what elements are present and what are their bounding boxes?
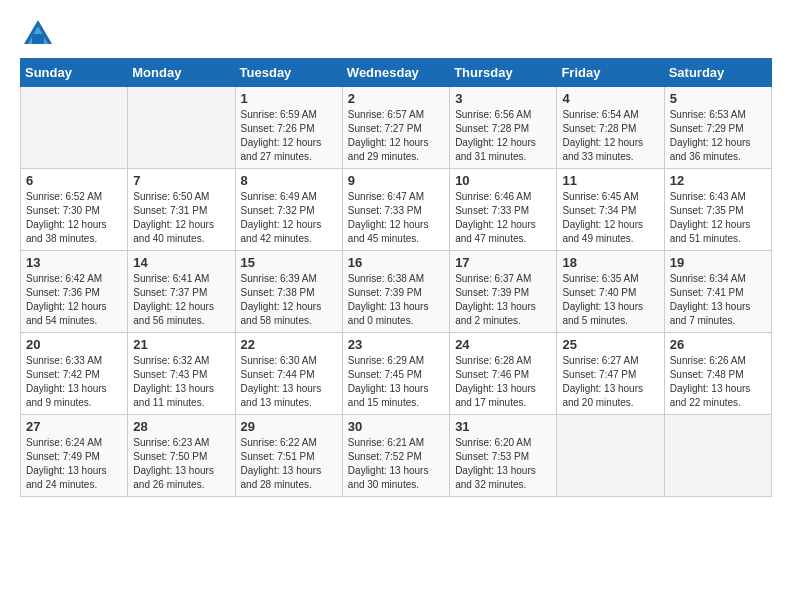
calendar-cell: 27Sunrise: 6:24 AM Sunset: 7:49 PM Dayli… xyxy=(21,415,128,497)
day-number: 19 xyxy=(670,255,766,270)
calendar-header-sunday: Sunday xyxy=(21,59,128,87)
calendar-cell xyxy=(128,87,235,169)
day-info: Sunrise: 6:20 AM Sunset: 7:53 PM Dayligh… xyxy=(455,436,551,492)
calendar-cell: 7Sunrise: 6:50 AM Sunset: 7:31 PM Daylig… xyxy=(128,169,235,251)
calendar-cell: 11Sunrise: 6:45 AM Sunset: 7:34 PM Dayli… xyxy=(557,169,664,251)
day-number: 30 xyxy=(348,419,444,434)
day-info: Sunrise: 6:22 AM Sunset: 7:51 PM Dayligh… xyxy=(241,436,337,492)
logo-icon xyxy=(20,16,56,52)
day-number: 27 xyxy=(26,419,122,434)
day-info: Sunrise: 6:53 AM Sunset: 7:29 PM Dayligh… xyxy=(670,108,766,164)
calendar-cell: 9Sunrise: 6:47 AM Sunset: 7:33 PM Daylig… xyxy=(342,169,449,251)
day-number: 17 xyxy=(455,255,551,270)
calendar-cell xyxy=(21,87,128,169)
day-number: 7 xyxy=(133,173,229,188)
calendar-week-row: 27Sunrise: 6:24 AM Sunset: 7:49 PM Dayli… xyxy=(21,415,772,497)
calendar-cell: 15Sunrise: 6:39 AM Sunset: 7:38 PM Dayli… xyxy=(235,251,342,333)
day-info: Sunrise: 6:56 AM Sunset: 7:28 PM Dayligh… xyxy=(455,108,551,164)
calendar-cell: 5Sunrise: 6:53 AM Sunset: 7:29 PM Daylig… xyxy=(664,87,771,169)
day-number: 11 xyxy=(562,173,658,188)
calendar-cell xyxy=(664,415,771,497)
calendar-header-wednesday: Wednesday xyxy=(342,59,449,87)
day-info: Sunrise: 6:43 AM Sunset: 7:35 PM Dayligh… xyxy=(670,190,766,246)
day-number: 3 xyxy=(455,91,551,106)
day-info: Sunrise: 6:27 AM Sunset: 7:47 PM Dayligh… xyxy=(562,354,658,410)
calendar-cell: 3Sunrise: 6:56 AM Sunset: 7:28 PM Daylig… xyxy=(450,87,557,169)
day-info: Sunrise: 6:23 AM Sunset: 7:50 PM Dayligh… xyxy=(133,436,229,492)
day-info: Sunrise: 6:39 AM Sunset: 7:38 PM Dayligh… xyxy=(241,272,337,328)
calendar-cell: 4Sunrise: 6:54 AM Sunset: 7:28 PM Daylig… xyxy=(557,87,664,169)
calendar-cell: 29Sunrise: 6:22 AM Sunset: 7:51 PM Dayli… xyxy=(235,415,342,497)
day-info: Sunrise: 6:38 AM Sunset: 7:39 PM Dayligh… xyxy=(348,272,444,328)
calendar-week-row: 6Sunrise: 6:52 AM Sunset: 7:30 PM Daylig… xyxy=(21,169,772,251)
calendar-week-row: 20Sunrise: 6:33 AM Sunset: 7:42 PM Dayli… xyxy=(21,333,772,415)
day-info: Sunrise: 6:37 AM Sunset: 7:39 PM Dayligh… xyxy=(455,272,551,328)
calendar-header-monday: Monday xyxy=(128,59,235,87)
calendar-cell: 8Sunrise: 6:49 AM Sunset: 7:32 PM Daylig… xyxy=(235,169,342,251)
day-number: 13 xyxy=(26,255,122,270)
day-number: 15 xyxy=(241,255,337,270)
calendar-week-row: 1Sunrise: 6:59 AM Sunset: 7:26 PM Daylig… xyxy=(21,87,772,169)
day-info: Sunrise: 6:52 AM Sunset: 7:30 PM Dayligh… xyxy=(26,190,122,246)
day-number: 22 xyxy=(241,337,337,352)
day-number: 26 xyxy=(670,337,766,352)
calendar-cell: 10Sunrise: 6:46 AM Sunset: 7:33 PM Dayli… xyxy=(450,169,557,251)
calendar-header-friday: Friday xyxy=(557,59,664,87)
calendar-cell: 26Sunrise: 6:26 AM Sunset: 7:48 PM Dayli… xyxy=(664,333,771,415)
day-number: 9 xyxy=(348,173,444,188)
day-number: 8 xyxy=(241,173,337,188)
calendar-cell: 23Sunrise: 6:29 AM Sunset: 7:45 PM Dayli… xyxy=(342,333,449,415)
day-info: Sunrise: 6:35 AM Sunset: 7:40 PM Dayligh… xyxy=(562,272,658,328)
calendar-cell: 31Sunrise: 6:20 AM Sunset: 7:53 PM Dayli… xyxy=(450,415,557,497)
day-info: Sunrise: 6:30 AM Sunset: 7:44 PM Dayligh… xyxy=(241,354,337,410)
calendar-header-tuesday: Tuesday xyxy=(235,59,342,87)
day-number: 29 xyxy=(241,419,337,434)
calendar-cell: 25Sunrise: 6:27 AM Sunset: 7:47 PM Dayli… xyxy=(557,333,664,415)
day-number: 5 xyxy=(670,91,766,106)
calendar-cell: 16Sunrise: 6:38 AM Sunset: 7:39 PM Dayli… xyxy=(342,251,449,333)
day-info: Sunrise: 6:42 AM Sunset: 7:36 PM Dayligh… xyxy=(26,272,122,328)
calendar-table: SundayMondayTuesdayWednesdayThursdayFrid… xyxy=(20,58,772,497)
day-info: Sunrise: 6:49 AM Sunset: 7:32 PM Dayligh… xyxy=(241,190,337,246)
day-number: 28 xyxy=(133,419,229,434)
day-number: 2 xyxy=(348,91,444,106)
day-info: Sunrise: 6:32 AM Sunset: 7:43 PM Dayligh… xyxy=(133,354,229,410)
calendar-cell xyxy=(557,415,664,497)
calendar-cell: 17Sunrise: 6:37 AM Sunset: 7:39 PM Dayli… xyxy=(450,251,557,333)
day-info: Sunrise: 6:21 AM Sunset: 7:52 PM Dayligh… xyxy=(348,436,444,492)
day-info: Sunrise: 6:54 AM Sunset: 7:28 PM Dayligh… xyxy=(562,108,658,164)
calendar-cell: 19Sunrise: 6:34 AM Sunset: 7:41 PM Dayli… xyxy=(664,251,771,333)
calendar-cell: 28Sunrise: 6:23 AM Sunset: 7:50 PM Dayli… xyxy=(128,415,235,497)
calendar-cell: 2Sunrise: 6:57 AM Sunset: 7:27 PM Daylig… xyxy=(342,87,449,169)
calendar-cell: 21Sunrise: 6:32 AM Sunset: 7:43 PM Dayli… xyxy=(128,333,235,415)
day-info: Sunrise: 6:50 AM Sunset: 7:31 PM Dayligh… xyxy=(133,190,229,246)
day-info: Sunrise: 6:47 AM Sunset: 7:33 PM Dayligh… xyxy=(348,190,444,246)
calendar-header-thursday: Thursday xyxy=(450,59,557,87)
calendar-cell: 6Sunrise: 6:52 AM Sunset: 7:30 PM Daylig… xyxy=(21,169,128,251)
day-info: Sunrise: 6:59 AM Sunset: 7:26 PM Dayligh… xyxy=(241,108,337,164)
day-info: Sunrise: 6:45 AM Sunset: 7:34 PM Dayligh… xyxy=(562,190,658,246)
day-number: 31 xyxy=(455,419,551,434)
calendar-cell: 22Sunrise: 6:30 AM Sunset: 7:44 PM Dayli… xyxy=(235,333,342,415)
calendar-cell: 14Sunrise: 6:41 AM Sunset: 7:37 PM Dayli… xyxy=(128,251,235,333)
day-info: Sunrise: 6:33 AM Sunset: 7:42 PM Dayligh… xyxy=(26,354,122,410)
calendar-cell: 24Sunrise: 6:28 AM Sunset: 7:46 PM Dayli… xyxy=(450,333,557,415)
day-number: 21 xyxy=(133,337,229,352)
day-number: 25 xyxy=(562,337,658,352)
day-number: 14 xyxy=(133,255,229,270)
day-number: 18 xyxy=(562,255,658,270)
calendar-week-row: 13Sunrise: 6:42 AM Sunset: 7:36 PM Dayli… xyxy=(21,251,772,333)
calendar-cell: 12Sunrise: 6:43 AM Sunset: 7:35 PM Dayli… xyxy=(664,169,771,251)
day-number: 10 xyxy=(455,173,551,188)
day-info: Sunrise: 6:57 AM Sunset: 7:27 PM Dayligh… xyxy=(348,108,444,164)
calendar-cell: 1Sunrise: 6:59 AM Sunset: 7:26 PM Daylig… xyxy=(235,87,342,169)
day-info: Sunrise: 6:41 AM Sunset: 7:37 PM Dayligh… xyxy=(133,272,229,328)
day-number: 23 xyxy=(348,337,444,352)
calendar-header-saturday: Saturday xyxy=(664,59,771,87)
day-number: 6 xyxy=(26,173,122,188)
day-info: Sunrise: 6:26 AM Sunset: 7:48 PM Dayligh… xyxy=(670,354,766,410)
logo xyxy=(20,16,60,52)
day-number: 4 xyxy=(562,91,658,106)
day-number: 1 xyxy=(241,91,337,106)
day-number: 24 xyxy=(455,337,551,352)
